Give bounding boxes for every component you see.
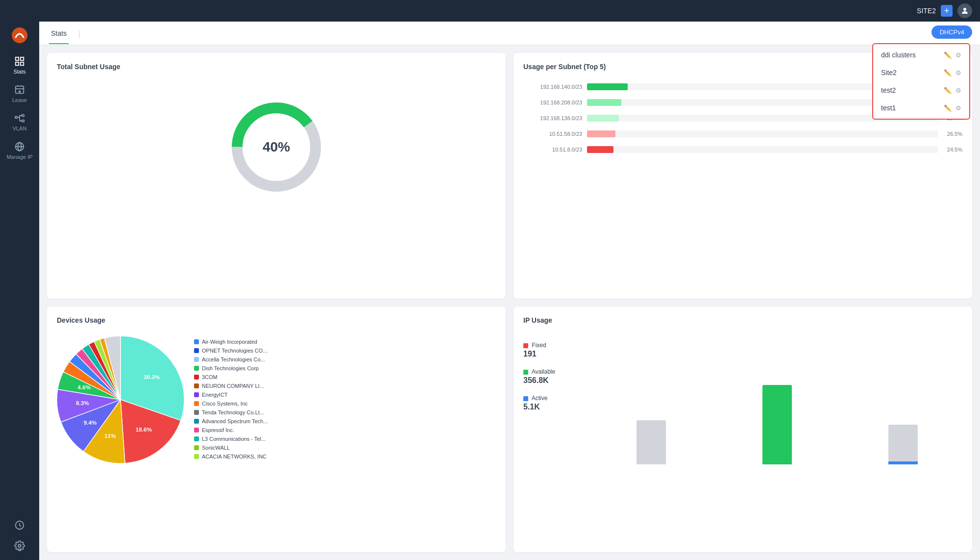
devices-container: 30.3%18.6%11%9.4%8.3%4.6% Air-Weigh Inco… bbox=[57, 332, 496, 469]
legend-label: 3COM bbox=[202, 374, 218, 380]
legend-label: SonicWALL bbox=[202, 445, 230, 451]
logo bbox=[11, 26, 28, 46]
collapse-button[interactable]: « bbox=[18, 545, 22, 553]
total-subnet-title: Total Subnet Usage bbox=[57, 63, 496, 71]
dropdown-item-site2[interactable]: Site2 ✏️ ⚙ bbox=[873, 64, 969, 81]
legend-item: Cisco Systems, Inc bbox=[194, 401, 496, 407]
sidebar-item-lease[interactable]: Lease bbox=[2, 80, 37, 107]
ip-bar-col bbox=[718, 342, 836, 464]
legend-label: Dish Technologies Corp bbox=[202, 365, 259, 371]
sidebar-label-stats: Stats bbox=[13, 69, 25, 75]
sidebar-label-lease: Lease bbox=[12, 97, 27, 103]
legend-item: Dish Technologies Corp bbox=[194, 365, 496, 371]
add-button[interactable]: + bbox=[941, 5, 953, 17]
svg-rect-10 bbox=[22, 120, 24, 122]
card-ip-usage: IP Usage Fixed 191 bbox=[514, 306, 972, 552]
svg-text:8.3%: 8.3% bbox=[76, 400, 89, 406]
dropdown-item-test1[interactable]: test1 ✏️ ⚙ bbox=[873, 99, 969, 117]
subnet-label: 192.168.140.0/23 bbox=[523, 84, 582, 90]
legend-dot bbox=[194, 401, 199, 406]
legend-item: SonicWALL bbox=[194, 445, 496, 451]
fixed-color-icon bbox=[523, 343, 528, 348]
svg-point-0 bbox=[963, 8, 966, 11]
subnet-bar bbox=[587, 99, 621, 106]
edit-icon-4[interactable]: ✏️ bbox=[944, 104, 952, 112]
svg-text:4.6%: 4.6% bbox=[77, 384, 91, 390]
dropdown-actions-ddi: ✏️ ⚙ bbox=[944, 51, 961, 59]
legend-item: EnergyICT bbox=[194, 392, 496, 398]
tab-stats[interactable]: Stats bbox=[49, 29, 69, 44]
subnet-pct: 26.5% bbox=[943, 131, 962, 137]
subnet-bar bbox=[587, 130, 615, 137]
avatar[interactable] bbox=[957, 3, 972, 18]
edit-icon-3[interactable]: ✏️ bbox=[944, 87, 952, 94]
sidebar-item-stats[interactable]: Stats bbox=[2, 52, 37, 78]
legend-dot bbox=[194, 383, 199, 388]
dropdown-item-ddi[interactable]: ddi clusters ✏️ ⚙ bbox=[873, 46, 969, 64]
ip-stat-active: Active 5.1K bbox=[523, 395, 582, 411]
legend-item: Accella Technologies Co... bbox=[194, 356, 496, 362]
ip-fixed-value: 191 bbox=[523, 350, 582, 358]
legend-dot bbox=[194, 445, 199, 450]
site-label: SITE2 bbox=[917, 7, 936, 15]
svg-point-1 bbox=[12, 27, 27, 43]
legend-label: Cisco Systems, Inc bbox=[202, 401, 248, 407]
svg-rect-4 bbox=[16, 62, 19, 65]
settings-icon-3[interactable]: ⚙ bbox=[956, 87, 961, 94]
dropdown-actions-site2: ✏️ ⚙ bbox=[944, 69, 961, 76]
legend-label: OPNET Technologies CO... bbox=[202, 348, 268, 354]
subnet-label: 192.168.208.0/23 bbox=[523, 100, 582, 105]
sidebar-item-manage-ip[interactable]: Manage IP bbox=[2, 137, 37, 164]
legend-dot bbox=[194, 392, 199, 397]
dropdown-item-test2[interactable]: test2 ✏️ ⚙ bbox=[873, 81, 969, 99]
edit-icon[interactable]: ✏️ bbox=[944, 51, 952, 59]
pie-chart: 30.3%18.6%11%9.4%8.3%4.6% bbox=[57, 336, 184, 463]
subnet-bar bbox=[587, 115, 619, 122]
sidebar-item-analytics[interactable] bbox=[2, 516, 37, 535]
ip-usage-container: Fixed 191 Available 356.8K bbox=[523, 332, 962, 469]
ip-bar bbox=[888, 425, 918, 464]
legend-label: EnergyICT bbox=[202, 392, 228, 398]
pie-area: 30.3%18.6%11%9.4%8.3%4.6% bbox=[57, 336, 184, 465]
available-color-icon bbox=[523, 370, 528, 375]
legend-dot bbox=[194, 454, 199, 459]
legend-item: L3 Communications - Tel... bbox=[194, 436, 496, 442]
settings-icon[interactable]: ⚙ bbox=[956, 51, 961, 59]
ip-available-value: 356.8K bbox=[523, 376, 582, 385]
dhcpv4-button[interactable]: DHCPv4 bbox=[931, 25, 972, 39]
subnet-bar-wrap bbox=[587, 130, 938, 137]
main-layout: Stats Lease VLAN Manage IP « bbox=[0, 22, 980, 560]
subnet-pct: 24.5% bbox=[943, 147, 962, 153]
svg-rect-2 bbox=[16, 57, 19, 60]
subnet-row: 10.51.58.0/23 26.5% bbox=[523, 130, 962, 137]
legend-item: ACACIA NETWORKS, INC bbox=[194, 454, 496, 459]
devices-title: Devices Usage bbox=[57, 316, 496, 324]
subnet-bar-wrap bbox=[587, 146, 938, 153]
ip-bar-col bbox=[592, 342, 710, 464]
settings-icon-2[interactable]: ⚙ bbox=[956, 69, 961, 76]
site-dropdown[interactable]: ddi clusters ✏️ ⚙ Site2 ✏️ ⚙ test2 bbox=[872, 43, 970, 120]
edit-icon-2[interactable]: ✏️ bbox=[944, 69, 952, 76]
legend-label: L3 Communications - Tel... bbox=[202, 436, 266, 442]
donut-label: 40% bbox=[263, 139, 290, 155]
subnet-label: 10.51.8.0/23 bbox=[523, 147, 582, 153]
ip-usage-title: IP Usage bbox=[523, 316, 962, 324]
sidebar-item-vlan[interactable]: VLAN bbox=[2, 109, 37, 135]
tab-bar: Stats | ddi clusters ✏️ ⚙ Site2 ✏️ ⚙ bbox=[39, 22, 980, 45]
dropdown-actions-test2: ✏️ ⚙ bbox=[944, 87, 961, 94]
legend-label: Air-Weigh Incorporated bbox=[202, 339, 257, 345]
legend-item: 3COM bbox=[194, 374, 496, 380]
legend-dot bbox=[194, 366, 199, 371]
legend-label: Accella Technologies Co... bbox=[202, 356, 265, 362]
legend-item: OPNET Technologies CO... bbox=[194, 348, 496, 354]
legend-item: Advanced Spectrum Tech... bbox=[194, 418, 496, 424]
dropdown-label-ddi: ddi clusters bbox=[881, 51, 916, 59]
svg-text:18.6%: 18.6% bbox=[136, 426, 152, 433]
ip-bar bbox=[762, 385, 792, 464]
dropdown-actions-test1: ✏️ ⚙ bbox=[944, 104, 961, 112]
legend-item: Espressif Inc. bbox=[194, 427, 496, 433]
ip-bar bbox=[637, 420, 666, 464]
subnet-row: 10.51.8.0/23 24.5% bbox=[523, 146, 962, 153]
ip-bars bbox=[592, 332, 962, 469]
settings-icon-4[interactable]: ⚙ bbox=[956, 104, 961, 112]
